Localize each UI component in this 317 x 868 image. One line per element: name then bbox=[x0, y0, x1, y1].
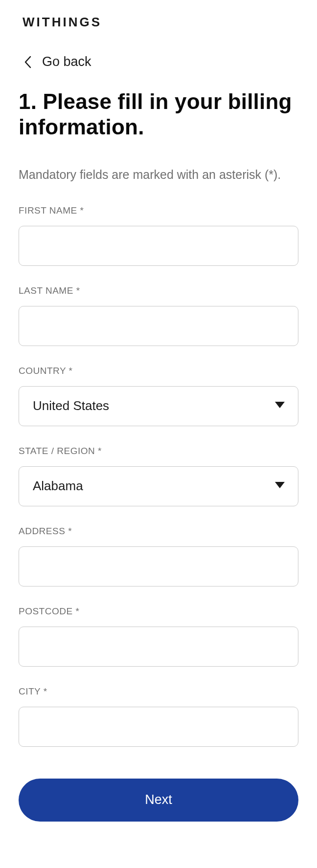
last-name-label: LAST NAME * bbox=[19, 285, 298, 296]
state-select[interactable]: Alabama bbox=[19, 466, 298, 506]
city-label: CITY * bbox=[19, 686, 298, 697]
mandatory-note: Mandatory fields are marked with an aste… bbox=[19, 167, 298, 183]
go-back-label: Go back bbox=[42, 54, 91, 69]
address-input[interactable] bbox=[19, 546, 298, 586]
state-label: STATE / REGION * bbox=[19, 446, 298, 456]
country-select-value: United States bbox=[33, 398, 109, 413]
city-input[interactable] bbox=[19, 707, 298, 747]
page-title: 1. Please fill in your billing informati… bbox=[19, 89, 298, 140]
next-button[interactable]: Next bbox=[19, 779, 298, 822]
state-select-value: Alabama bbox=[33, 478, 83, 494]
address-label: ADDRESS * bbox=[19, 526, 298, 537]
first-name-label: FIRST NAME * bbox=[19, 205, 298, 216]
brand-logo: WITHINGS bbox=[23, 15, 298, 30]
postcode-label: POSTCODE * bbox=[19, 606, 298, 617]
chevron-left-icon bbox=[23, 55, 32, 69]
first-name-input[interactable] bbox=[19, 226, 298, 266]
go-back-button[interactable]: Go back bbox=[19, 54, 298, 69]
last-name-input[interactable] bbox=[19, 306, 298, 346]
country-label: COUNTRY * bbox=[19, 366, 298, 376]
postcode-input[interactable] bbox=[19, 627, 298, 667]
country-select[interactable]: United States bbox=[19, 386, 298, 426]
